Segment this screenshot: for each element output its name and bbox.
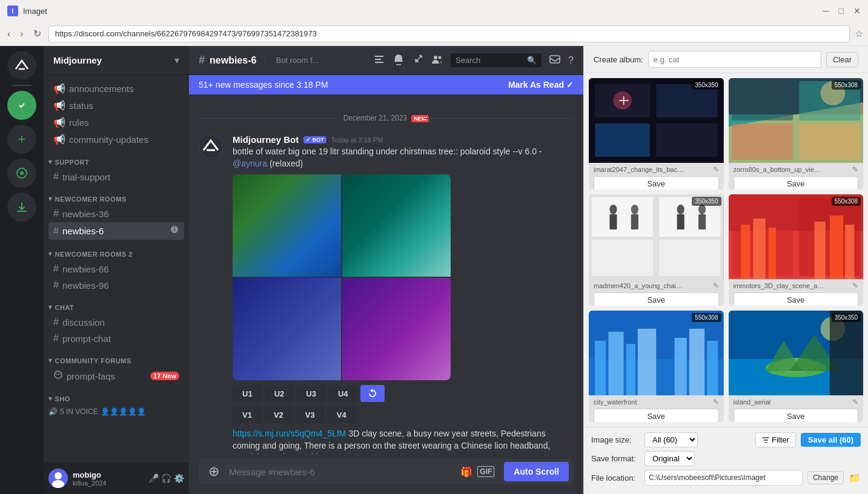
category-support[interactable]: ▾ SUPPORT [44,148,189,168]
server-header[interactable]: Midjourney ▾ [44,46,189,75]
image-size-select[interactable]: All (60) 350x350 550x308 [644,432,698,447]
channel-item-announcements[interactable]: 📢 announcements [48,81,184,97]
edit-icon-6[interactable]: ✎ [852,398,858,406]
auto-scroll-button[interactable]: Auto Scroll [504,462,569,481]
category-sho[interactable]: ▾ SHO [44,385,189,405]
edit-icon-1[interactable]: ✎ [713,165,719,174]
file-location-row: File location: Change 📁 [591,470,861,486]
channel-item-status[interactable]: 📢 status [48,97,184,114]
server-icon-green[interactable] [7,91,36,120]
u1-button[interactable]: U1 [233,385,262,402]
channel-item-newbies-6[interactable]: # newbies-6 [48,222,184,240]
save-all-button[interactable]: Save all (60) [801,433,861,447]
svg-rect-13 [199,134,223,159]
u2-button[interactable]: U2 [265,385,294,402]
image-cell-3[interactable] [233,278,341,380]
new-messages-banner[interactable]: 51+ new messages since 3:18 PM Mark As R… [189,75,583,94]
channel-item-newbies-66[interactable]: # newbies-66 [48,261,184,277]
image-cell-4[interactable] [342,278,451,380]
save-button-5[interactable]: Save [594,409,719,422]
mark-as-read-button[interactable]: Mark As Read ✓ [508,80,574,90]
search-box[interactable]: Search 🔍 [451,53,542,67]
edit-icon-2[interactable]: ✎ [852,165,858,174]
refresh-button[interactable] [360,385,385,402]
channel-item-community-updates[interactable]: 📢 community-updates [48,131,184,148]
panel-image-name-4: immotors_3D_clay_scene_a_busy_n [734,282,824,289]
refresh-button[interactable]: ↻ [31,25,44,42]
save-button-6[interactable]: Save [734,409,859,422]
category-chat[interactable]: ▾ CHAT [44,294,189,314]
panel-image-thumb-6[interactable]: 350x350 [729,311,864,395]
server-icon-discover[interactable] [7,159,36,188]
image-cell-2[interactable] [342,174,451,277]
folder-icon[interactable]: 📁 [849,472,861,484]
forward-button[interactable]: › [18,26,25,42]
back-button[interactable]: ‹ [5,26,13,42]
image-cell-1[interactable] [233,174,341,277]
settings-icon[interactable]: ⚙️ [174,473,184,483]
category-community-forums[interactable]: ▾ COMMUNITY FORUMS [44,347,189,367]
message-link[interactable]: https://s.mj.run/s5qQm4_5LfM [233,429,346,438]
channel-item-rules[interactable]: 📢 rules [48,114,184,131]
pin-icon[interactable] [412,53,424,68]
panel-image-thumb-1[interactable]: 350x350 [589,78,724,163]
notification-icon[interactable] [393,53,405,68]
save-button-2[interactable]: Save [734,176,859,189]
v1-button[interactable]: V1 [233,407,262,423]
close-btn[interactable]: ✕ [853,6,861,16]
v2-button[interactable]: V2 [264,407,293,423]
channel-item-trial-support[interactable]: # trial-support [48,169,184,185]
category-newcomer-rooms-2[interactable]: ▾ NEWCOMER ROOMS 2 [44,240,189,260]
chat-messages: December 21, 2023 NEW Midjourney Bot ✓ [189,94,583,454]
svg-rect-55 [626,344,635,395]
save-format-select[interactable]: Original JPG PNG [644,451,695,466]
edit-icon-4[interactable]: ✎ [852,282,858,290]
svg-rect-67 [829,311,863,395]
clear-button[interactable]: Clear [826,52,858,67]
change-button[interactable]: Change [807,471,844,484]
maximize-btn[interactable]: □ [839,6,844,16]
channel-item-newbies-96[interactable]: # newbies-96 [48,277,184,293]
help-icon[interactable]: ? [568,55,574,66]
file-location-input[interactable] [644,470,803,486]
save-button-1[interactable]: Save [594,176,719,189]
panel-image-thumb-5[interactable]: 550x308 [589,311,724,395]
filter-button[interactable]: Filter [755,432,796,447]
image-size-badge-5: 550x308 [692,313,721,322]
channel-item-discussion[interactable]: # discussion [48,314,184,330]
gif-icon[interactable]: GIF [477,466,494,477]
v4-button[interactable]: V4 [327,407,356,423]
save-button-4[interactable]: Save [734,292,859,306]
channel-item-prompt-faqs[interactable]: prompt-faqs 17 New [48,367,184,384]
server-icon-download[interactable] [7,193,36,222]
channel-item-newbies-36[interactable]: # newbies-36 [48,206,184,222]
edit-icon-3[interactable]: ✎ [713,282,719,290]
channel-item-prompt-chat[interactable]: # prompt-chat [48,331,184,346]
members-icon[interactable] [431,53,443,68]
panel-image-thumb-2[interactable]: 550x308 [729,78,864,163]
panel-image-thumb-4[interactable]: 550x308 [729,194,864,279]
message-image-grid[interactable] [233,174,451,380]
thread-icon[interactable] [373,53,385,68]
u3-button[interactable]: U3 [296,385,326,402]
gift-icon[interactable]: 🎁 [460,466,472,478]
save-button-3[interactable]: Save [594,292,719,306]
url-bar[interactable]: https://discord.com/channels/66226797698… [48,25,850,42]
panel-image-thumb-3[interactable]: 350x350 [589,194,724,279]
server-icon-add[interactable]: + [7,125,36,154]
message-input[interactable] [229,460,456,484]
server-icon-midjourney[interactable] [7,51,36,80]
v3-button[interactable]: V3 [296,407,325,423]
window-controls[interactable]: ─ □ ✕ [823,6,861,16]
album-input[interactable] [648,51,821,68]
add-attachment-button[interactable]: ⊕ [204,459,224,484]
mute-icon[interactable]: 🎤 [148,473,159,483]
invite-icon[interactable] [170,225,179,237]
bookmark-button[interactable]: ☆ [855,28,863,39]
headset-icon[interactable]: 🎧 [161,473,171,483]
minimize-btn[interactable]: ─ [823,6,829,16]
edit-icon-5[interactable]: ✎ [713,398,719,406]
category-newcomer-rooms[interactable]: ▾ NEWCOMER ROOMS [44,185,189,205]
u4-button[interactable]: U4 [328,385,358,402]
inbox-icon[interactable] [549,53,561,68]
